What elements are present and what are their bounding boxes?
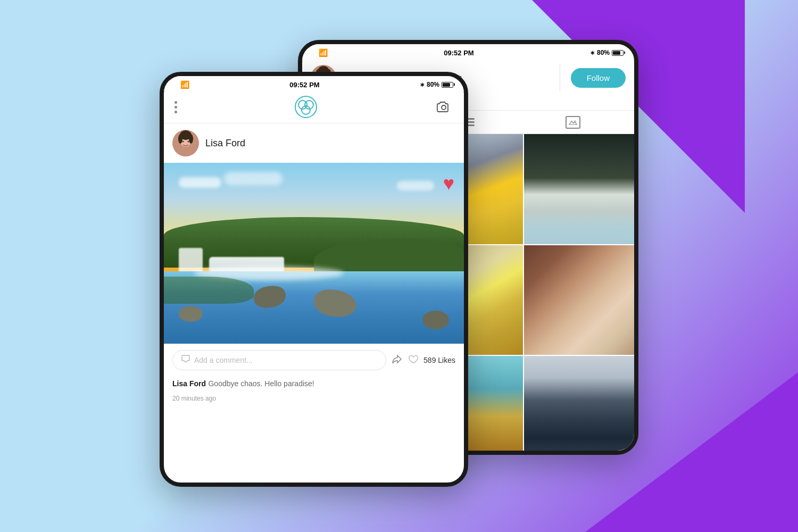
svg-point-13 [442, 105, 446, 110]
app-logo [294, 95, 318, 119]
signal-dots [313, 49, 317, 56]
front-avatar[interactable] [172, 130, 199, 156]
post-image: ♥ [164, 163, 464, 344]
comment-input[interactable]: Add a comment... [172, 350, 386, 370]
comment-bubble-icon [181, 355, 190, 365]
waterfall-scene [164, 163, 464, 344]
front-battery-area: ∗ 80% [420, 81, 453, 88]
svg-point-19 [189, 134, 193, 144]
front-battery-icon [442, 82, 453, 88]
photo-cell-5[interactable] [524, 245, 634, 355]
svg-point-18 [178, 134, 182, 144]
comment-heart-icon[interactable] [408, 354, 418, 367]
likes-count: 589 Likes [423, 356, 455, 364]
caption-area: Lisa Ford Goodbye chaos. Hello paradise! [164, 377, 464, 393]
caption-text: Goodbye chaos. Hello paradise! [208, 379, 314, 388]
user-row: Lisa Ford [164, 123, 464, 163]
battery-fill [613, 51, 620, 55]
bluetooth-icon: ∗ [590, 49, 595, 56]
back-battery-pct: 80% [597, 49, 610, 56]
divider [560, 64, 560, 91]
front-signal-dots [174, 81, 179, 88]
front-wifi-icon: 📶 [180, 80, 189, 89]
front-time: 09:52 PM [289, 81, 319, 89]
svg-point-20 [182, 141, 184, 143]
photo-cell-8[interactable] [524, 356, 634, 455]
follow-button[interactable]: Follow [571, 68, 626, 88]
battery-icon [612, 50, 624, 56]
svg-point-21 [188, 141, 189, 143]
phones-container: 📶 09:52 PM ∗ 80% [160, 40, 638, 492]
front-signal-area: 📶 [174, 80, 189, 89]
share-icon[interactable] [392, 354, 402, 367]
back-status-bar: 📶 09:52 PM ∗ 80% [302, 44, 634, 59]
front-battery-fill [443, 83, 450, 87]
caption-author: Lisa Ford [172, 379, 206, 388]
back-time: 09:52 PM [444, 49, 473, 57]
post-heart-icon[interactable]: ♥ [443, 172, 454, 195]
menu-icon[interactable] [174, 101, 177, 113]
comment-placeholder: Add a comment... [194, 356, 253, 364]
back-battery-area: ∗ 80% [590, 49, 624, 56]
comment-area: Add a comment... 589 Likes [164, 344, 464, 377]
front-bluetooth-icon: ∗ [420, 81, 425, 88]
phone-navbar [164, 91, 464, 123]
camera-button[interactable] [434, 97, 453, 117]
photo-cell-2[interactable] [524, 134, 634, 244]
image-view-icon[interactable] [566, 116, 580, 129]
front-user-name: Lisa Ford [205, 138, 245, 149]
front-status-bar: 📶 09:52 PM ∗ 80% [164, 76, 464, 91]
timestamp: 20 minutes ago [164, 393, 464, 404]
phone-front: 📶 09:52 PM ∗ 80% [160, 72, 468, 487]
signal-area: 📶 [313, 48, 328, 57]
wifi-icon: 📶 [319, 48, 328, 57]
front-battery-pct: 80% [427, 81, 439, 88]
